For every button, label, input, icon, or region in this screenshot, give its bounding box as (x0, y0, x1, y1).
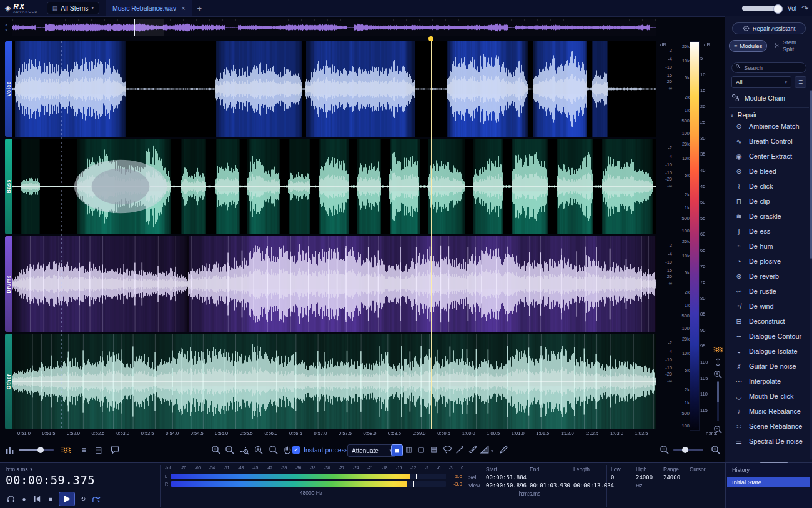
timeline-tick-label: 0:57.5 (339, 431, 352, 436)
instant-process-toggle[interactable]: ✓ Instant process (292, 446, 348, 454)
playhead-marker[interactable] (428, 36, 433, 41)
record-button[interactable]: ● (19, 494, 29, 504)
time-frequency-selection-tool[interactable]: ▥ (404, 444, 414, 455)
blend-slider-knob[interactable] (37, 447, 44, 453)
vertical-zoom-thumb[interactable] (717, 381, 719, 402)
draw-tool[interactable] (498, 444, 509, 455)
module-item-dialogue-isolate[interactable]: ◒ Dialogue Isolate (725, 344, 809, 359)
bypass-icon[interactable]: ↷ (801, 4, 808, 13)
frequency-selection-tool[interactable]: ▢ (416, 444, 427, 455)
stem-tab-drums[interactable]: Drums (5, 236, 12, 332)
timeline-ruler[interactable]: 0:51.00:51.50:52.00:52.50:53.00:53.50:54… (12, 431, 656, 438)
tab-close-icon[interactable]: × (181, 4, 185, 12)
tab-modules[interactable]: ≡ Modules (729, 40, 767, 52)
playhead-line[interactable] (431, 41, 432, 429)
time-format-selector[interactable]: h:m:s.ms ▾ (6, 466, 32, 472)
horizontal-zoom-slider[interactable] (673, 449, 703, 451)
tab-stem-split[interactable]: Stem Split (770, 40, 812, 51)
brush-tool[interactable] (467, 444, 478, 455)
monitor-headphones-button[interactable] (6, 494, 16, 504)
module-item-breath-control[interactable]: ∿ Breath Control (725, 134, 809, 149)
grab-tool-icon[interactable] (282, 445, 292, 455)
module-list: ⊚ Ambience Match ∿ Breath Control ◉ Cent… (725, 119, 809, 461)
play-button[interactable] (59, 492, 75, 506)
stem-spectrogram[interactable] (12, 41, 656, 137)
overview-collapse-control[interactable]: ∧ ∨ (2, 20, 11, 35)
volume-slider[interactable] (742, 6, 782, 11)
stems-selector-dropdown[interactable]: ▤ All Stems ▾ (47, 2, 99, 14)
new-tab-button[interactable]: + (197, 4, 202, 13)
legend-db-value: 110 (700, 391, 713, 397)
spectrogram-waveform-blend-slider[interactable] (19, 449, 54, 451)
meter-bridge-icon[interactable] (5, 445, 15, 455)
module-item-mouth-de-click[interactable]: ◡ Mouth De-click (725, 389, 809, 404)
stem-spectrogram[interactable] (12, 334, 656, 429)
spectrogram-settings-icon[interactable] (61, 445, 71, 455)
horizontal-zoom-out-icon[interactable] (660, 445, 670, 455)
module-item-de-plosive[interactable]: ◔ De-plosive (725, 254, 809, 269)
stem-tab-voice[interactable]: Voice (5, 41, 12, 137)
loop-button[interactable]: ↻ (79, 494, 88, 504)
module-item-de-clip[interactable]: ⊓ De-clip (725, 194, 809, 209)
zoom-in-vertical-icon[interactable] (713, 370, 723, 379)
stop-button[interactable]: ■ (46, 494, 55, 504)
module-chain-item[interactable]: Module Chain (731, 94, 785, 102)
module-item-deconstruct[interactable]: ⊟ Deconstruct (725, 314, 809, 329)
module-item-de-wind[interactable]: ≉ De-wind (725, 299, 809, 314)
module-item-de-crackle[interactable]: ≋ De-crackle (725, 209, 809, 224)
module-item-scene-rebalance[interactable]: ≍ Scene Rebalance (725, 419, 809, 434)
stem-tab-other[interactable]: Other (5, 334, 12, 429)
fade-tool[interactable] (480, 444, 490, 455)
band-selection-tool[interactable]: ▤ (428, 444, 439, 455)
module-item-center-extract[interactable]: ◉ Center Extract (725, 149, 809, 164)
fade-tool-chevron-icon[interactable]: ▾ (491, 449, 493, 454)
module-item-spectral-de-noise[interactable]: ☰ Spectral De-noise (725, 434, 809, 449)
module-item-de-ess[interactable]: ∫ De-ess (725, 224, 809, 239)
zoom-fit-icon[interactable] (254, 445, 264, 455)
module-search[interactable] (731, 61, 806, 72)
time-selection-tool[interactable]: ■ (391, 444, 403, 456)
module-item-de-rustle[interactable]: ∾ De-rustle (725, 284, 809, 299)
module-item-dialogue-contour[interactable]: ∼ Dialogue Contour (725, 329, 809, 344)
stem-tab-bass[interactable]: Bass (5, 139, 12, 234)
horizontal-zoom-in-icon[interactable] (711, 445, 721, 455)
comments-icon[interactable] (110, 445, 120, 455)
module-item-de-click[interactable]: ≀ De-click (725, 179, 809, 194)
zoom-in-icon[interactable] (211, 445, 221, 455)
spectrogram-view-icon[interactable] (713, 345, 723, 354)
search-input[interactable] (731, 62, 806, 73)
module-item-music-rebalance[interactable]: ♪ Music Rebalance (725, 404, 809, 419)
playhead-time-display: 00:00:59.375 (6, 473, 95, 487)
markers-list-icon[interactable]: ▤ (94, 445, 104, 455)
process-mode-dropdown[interactable]: Attenuate ▾ (347, 444, 396, 457)
module-item-de-reverb[interactable]: ⊛ De-reverb (725, 269, 809, 284)
repair-assistant-button[interactable]: Repair Assistant (732, 22, 806, 34)
module-item-interpolate[interactable]: ⋯ Interpolate (725, 374, 809, 389)
magic-wand-tool[interactable] (455, 444, 465, 455)
vertical-zoom-scrollbar[interactable] (717, 381, 719, 421)
volume-slider-knob[interactable] (773, 4, 783, 14)
zoom-selection-icon[interactable] (239, 445, 249, 455)
module-item-guitar-de-noise[interactable]: ♯ Guitar De-noise (725, 359, 809, 374)
return-to-start-button[interactable] (32, 494, 42, 504)
module-item-de-bleed[interactable]: ⊘ De-bleed (725, 164, 809, 179)
module-item-ambience-match[interactable]: ⊚ Ambience Match (725, 119, 809, 134)
fit-vertical-icon[interactable] (713, 357, 723, 367)
stem-spectrogram[interactable] (12, 236, 656, 332)
zoom-out-icon[interactable] (225, 445, 235, 455)
magnify-tool-icon[interactable] (269, 445, 279, 455)
repair-section-header[interactable]: ∨ Repair (730, 111, 757, 119)
overview-minimap[interactable] (12, 19, 656, 36)
tab-music-rebalance[interactable]: Music Rebalance.wav × (106, 0, 192, 16)
stem-spectrogram[interactable] (12, 139, 656, 234)
horizontal-zoom-knob[interactable] (682, 447, 688, 453)
checkbox-checked-icon[interactable]: ✓ (292, 446, 300, 454)
lasso-tool[interactable] (442, 444, 453, 455)
module-item-de-hum[interactable]: ≈ De-hum (725, 239, 809, 254)
play-selection-button[interactable] (92, 494, 101, 504)
history-item[interactable]: Initial State (727, 477, 810, 487)
list-view-icon[interactable]: ≡ (79, 445, 89, 455)
category-filter-dropdown[interactable]: All ▾ (731, 76, 791, 88)
meter-scale-label: -6 (437, 466, 440, 470)
list-options-button[interactable]: ☰ (795, 76, 806, 88)
